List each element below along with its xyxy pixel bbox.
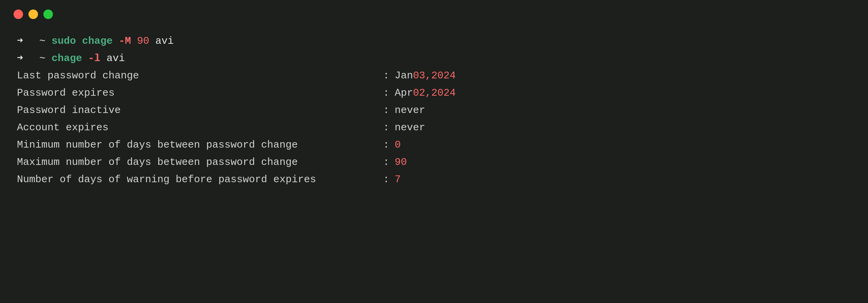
output-value-4: never [395,119,425,136]
close-button[interactable] [14,10,23,19]
output-row-last-password-change: Last password change : Jan 03, 2024 [17,67,854,84]
cmd-chage-1: chage [82,33,113,50]
output-colon-1: : [383,67,389,84]
command-line-2: ➜ ~ chage -l avi [17,50,854,67]
output-year-1: 2024 [431,67,456,84]
output-colon-5: : [383,136,389,154]
prompt-arrow-1: ➜ [17,33,23,50]
output-row-warning-days: Number of days of warning before passwor… [17,171,854,188]
output-value-6: 90 [395,154,407,171]
output-date-2: 02, [413,84,431,102]
output-row-max-days: Maximum number of days between password … [17,154,854,171]
command-line-1: ➜ ~ sudo chage -M 90 avi [17,33,854,50]
terminal-window: ➜ ~ sudo chage -M 90 avi ➜ ~ chage -l av… [0,0,868,303]
cmd-sudo: sudo [52,33,76,50]
output-month-2: Apr [395,84,413,102]
output-row-password-expires: Password expires : Apr 02, 2024 [17,84,854,102]
output-label-last-password-change: Last password change [17,67,383,84]
prompt-tilde-1: ~ [27,33,52,50]
output-colon-7: : [383,171,389,188]
output-date-1: 03, [413,67,431,84]
output-label-password-inactive: Password inactive [17,102,383,119]
cmd-arg-1: avi [155,33,174,50]
cmd-flag-M: -M [119,33,131,50]
output-label-account-expires: Account expires [17,119,383,136]
output-label-password-expires: Password expires [17,84,383,102]
maximize-button[interactable] [43,10,53,19]
terminal-content: ➜ ~ sudo chage -M 90 avi ➜ ~ chage -l av… [14,33,854,188]
traffic-lights [14,10,854,19]
output-label-max-days: Maximum number of days between password … [17,154,383,171]
cmd-flag-l: -l [88,50,100,67]
output-colon-2: : [383,84,389,102]
cmd-arg-2: avi [106,50,125,67]
output-colon-3: : [383,102,389,119]
minimize-button[interactable] [28,10,38,19]
output-year-2: 2024 [431,84,456,102]
output-row-min-days: Minimum number of days between password … [17,136,854,154]
output-value-5: 0 [395,136,401,154]
output-colon-4: : [383,119,389,136]
output-value-3: never [395,102,425,119]
cmd-chage-2: chage [52,50,82,67]
output-colon-6: : [383,154,389,171]
prompt-arrow-2: ➜ [17,50,23,67]
output-value-7: 7 [395,171,401,188]
output-label-warning-days: Number of days of warning before passwor… [17,171,383,188]
output-row-password-inactive: Password inactive : never [17,102,854,119]
prompt-tilde-2: ~ [27,50,52,67]
output-label-min-days: Minimum number of days between password … [17,136,383,154]
output-row-account-expires: Account expires : never [17,119,854,136]
cmd-number: 90 [137,33,149,50]
output-month-1: Jan [395,67,413,84]
